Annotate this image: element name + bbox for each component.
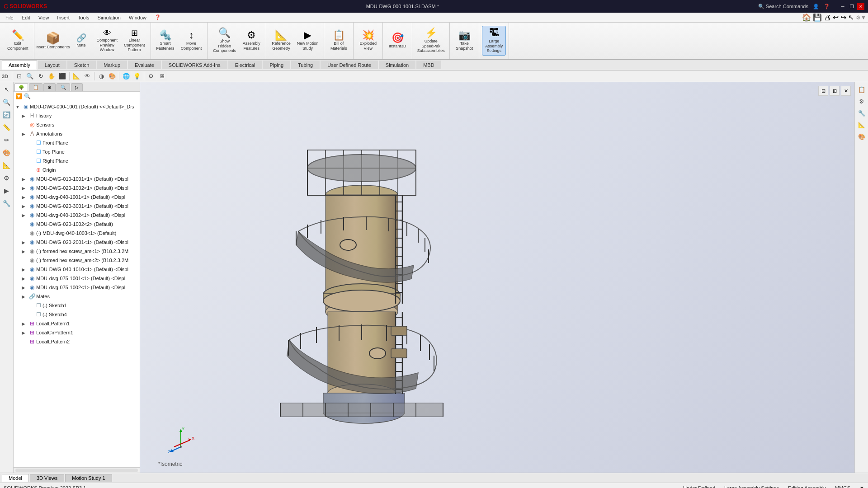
ft-right-plane-toggle[interactable] — [28, 159, 34, 164]
home-icon[interactable]: 🏠 — [802, 13, 811, 22]
large-assembly-settings-button[interactable]: 🏗 LargeAssemblySettings — [482, 26, 506, 56]
units-dropdown[interactable]: ▼ — [859, 485, 864, 488]
ft-local-pattern1-toggle[interactable]: ▶ — [22, 321, 28, 326]
menu-help[interactable]: ❓ — [151, 14, 165, 21]
mate-button[interactable]: 🔗 Mate — [70, 32, 93, 50]
ft-annotations[interactable]: ▶ A Annotations — [14, 129, 140, 138]
select-tool[interactable]: ↖ — [1, 84, 12, 95]
linear-pattern-button[interactable]: ⊞ LinearComponentPattern — [121, 27, 148, 54]
redo-icon[interactable]: ↪ — [840, 13, 846, 22]
appearance-tool[interactable]: 🎨 — [1, 147, 12, 158]
menu-view[interactable]: View — [35, 14, 53, 21]
ft-screw-1-toggle[interactable]: ▶ — [22, 249, 28, 254]
right-panel-btn-4[interactable]: 📐 — [856, 119, 867, 130]
viewport-restore-button[interactable]: ⊞ — [830, 86, 840, 96]
sketch-tool[interactable]: ✏ — [1, 135, 12, 145]
section-view-button[interactable]: ⬛ — [57, 71, 67, 81]
scene-button[interactable]: 🌐 — [121, 71, 131, 81]
select-icon[interactable]: ↖ — [848, 13, 854, 22]
bottom-tab-motion-study[interactable]: Motion Study 1 — [65, 474, 112, 482]
restore-button[interactable]: ❐ — [848, 3, 855, 10]
ft-sketch1-toggle[interactable] — [28, 303, 34, 308]
ft-comp-020-2001[interactable]: ▶ ◉ MDU-DWG-020-2001<1> (Default) <Displ — [14, 238, 140, 247]
ft-origin-toggle[interactable] — [28, 168, 34, 173]
viewport-close-button[interactable]: ✕ — [841, 86, 851, 96]
show-hidden-components-button[interactable]: 🔍 ShowHiddenComponents — [210, 26, 239, 55]
ft-comp-075-1002-toggle[interactable]: ▶ — [22, 285, 28, 290]
ft-sketch1[interactable]: ☐ (-) Sketch1 — [14, 301, 140, 310]
reference-geometry-button[interactable]: 📐 ReferenceGeometry — [269, 27, 293, 54]
menu-insert[interactable]: Insert — [53, 14, 73, 21]
right-panel-btn-2[interactable]: ⚙ — [856, 96, 867, 107]
minimize-button[interactable]: ─ — [839, 3, 846, 10]
ft-tab-search[interactable]: 🔍 — [57, 83, 70, 91]
ft-top-plane-toggle[interactable] — [28, 150, 34, 155]
ft-front-plane-toggle[interactable] — [28, 141, 34, 145]
ft-comp-040-1010-toggle[interactable]: ▶ — [22, 267, 28, 272]
ft-comp-040-1002[interactable]: ▶ ◉ MDU-dwg-040-1002<1> (Default) <Displ — [14, 211, 140, 220]
ft-tab-expand[interactable]: ▷ — [71, 83, 83, 91]
move-component-button[interactable]: ↕ MoveComponent — [178, 27, 205, 54]
ft-comp-020-1002-2-toggle[interactable] — [22, 222, 28, 227]
ft-history-toggle[interactable]: ▶ — [22, 113, 28, 118]
assembly-tool[interactable]: ⚙ — [1, 173, 12, 183]
appearance-button[interactable]: 🎨 — [107, 71, 117, 81]
rotate-tool[interactable]: 🔄 — [1, 109, 12, 120]
new-motion-study-button[interactable]: ▶ New MotionStudy — [294, 27, 321, 54]
assembly-features-button[interactable]: ⚙ AssemblyFeatures — [240, 27, 263, 54]
bill-of-materials-button[interactable]: 📋 Bill ofMaterials — [327, 27, 350, 54]
bottom-tab-model[interactable]: Model — [2, 474, 29, 482]
reference-tool[interactable]: 📐 — [1, 160, 12, 171]
zoom-to-fit-button[interactable]: ⊡ — [14, 71, 24, 81]
component-preview-button[interactable]: 👁 ComponentPreviewWindow — [94, 27, 121, 54]
display-style-button[interactable]: ◑ — [96, 71, 106, 81]
ft-top-plane[interactable]: ☐ Top Plane — [14, 147, 140, 156]
save-icon[interactable]: 💾 — [813, 13, 822, 22]
instant3d-button[interactable]: 🎯 Instant3D — [386, 27, 409, 54]
ft-origin[interactable]: ⊕ Origin — [14, 165, 140, 174]
display-manager-button[interactable]: 🖥 — [157, 71, 167, 81]
ft-comp-020-1002-2[interactable]: ◉ MDU-DWG-020-1002<2> (Default) — [14, 220, 140, 229]
ft-comp-075-1001[interactable]: ▶ ◉ MDU-dwg-075-1001<1> (Default) <Displ — [14, 274, 140, 283]
menu-tools[interactable]: Tools — [74, 14, 93, 21]
view-settings-button[interactable]: ⚙ — [146, 71, 156, 81]
ft-mates-toggle[interactable]: ▶ — [22, 294, 28, 299]
ft-comp-040-1001-toggle[interactable]: ▶ — [22, 195, 28, 200]
ft-comp-020-1002-1-toggle[interactable]: ▶ — [22, 186, 28, 191]
ft-local-cir-pattern1-toggle[interactable]: ▶ — [22, 330, 28, 335]
ft-comp-040-1002-toggle[interactable]: ▶ — [22, 213, 28, 218]
edit-component-button[interactable]: ✏️ EditComponent — [5, 27, 31, 54]
ft-comp-075-1001-toggle[interactable]: ▶ — [22, 276, 28, 281]
ft-tab-properties[interactable]: 📋 — [29, 83, 42, 91]
bottom-tab-3d-views[interactable]: 3D Views — [30, 474, 64, 482]
ft-tab-tree[interactable]: 🌳 — [14, 83, 28, 91]
menu-file[interactable]: File — [2, 14, 17, 21]
take-snapshot-button[interactable]: 📷 TakeSnapshot — [453, 27, 476, 54]
ft-screw-1[interactable]: ▶ ◉ (-) formed hex screw_am<1> (B18.2.3.… — [14, 247, 140, 256]
ft-sketch4-toggle[interactable] — [28, 312, 34, 317]
tab-layout[interactable]: Layout — [38, 61, 66, 69]
tab-electrical[interactable]: Electrical — [228, 61, 262, 69]
tab-solidworks-addins[interactable]: SOLIDWORKS Add-Ins — [162, 61, 227, 69]
ft-local-cir-pattern1[interactable]: ▶ ⊞ LocalCirPattern1 — [14, 328, 140, 337]
ft-tab-config[interactable]: ⚙ — [43, 83, 56, 91]
close-button[interactable]: ✕ — [857, 3, 864, 10]
ft-sensors[interactable]: ◎ Sensors — [14, 120, 140, 129]
simulation-tool[interactable]: ▶ — [1, 185, 12, 196]
ft-comp-010-toggle[interactable]: ▶ — [22, 177, 28, 182]
ft-comp-040-1003[interactable]: ◉ (-) MDU-dwg-040-1003<1> (Default) — [14, 229, 140, 238]
print-icon[interactable]: 🖨 — [824, 14, 831, 22]
right-panel-btn-3[interactable]: 🔧 — [856, 108, 867, 118]
tab-evaluate[interactable]: Evaluate — [128, 61, 161, 69]
more-tools[interactable]: 🔧 — [1, 198, 12, 209]
tab-assembly[interactable]: Assembly — [2, 61, 37, 70]
ft-root-toggle[interactable]: ▼ — [15, 104, 22, 109]
tab-user-defined-route[interactable]: User Defined Route — [321, 61, 378, 69]
ft-sensors-toggle[interactable] — [22, 122, 28, 127]
ft-comp-040-1010[interactable]: ▶ ◉ MDU-DWG-040-1010<1> (Default) <Displ — [14, 265, 140, 274]
ft-local-pattern2-toggle[interactable] — [22, 339, 28, 344]
ft-comp-040-1003-toggle[interactable] — [22, 231, 28, 236]
zoom-in-button[interactable]: 🔍 — [25, 71, 35, 81]
ft-local-pattern2[interactable]: ⊞ LocalLPattern2 — [14, 337, 140, 346]
smart-fasteners-button[interactable]: 🔩 SmartFasteners — [154, 27, 177, 54]
